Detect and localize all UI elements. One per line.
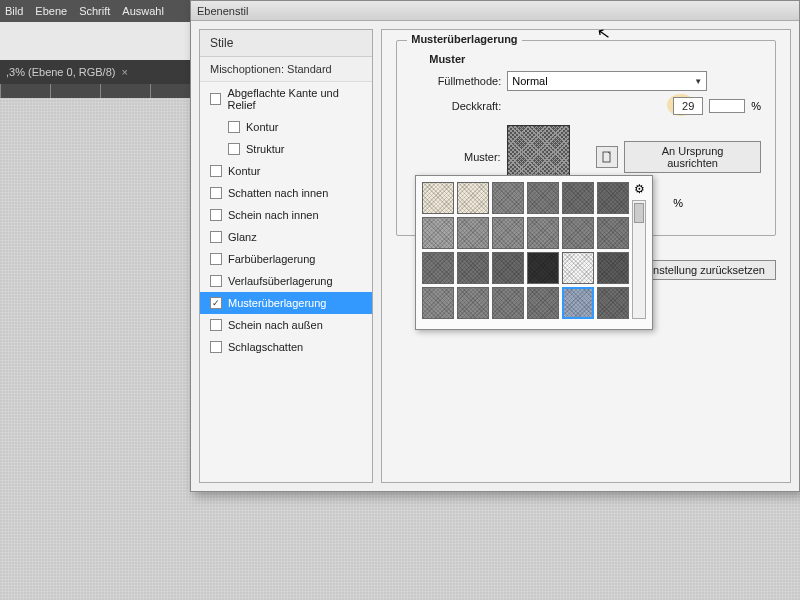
pattern-swatch[interactable] <box>457 287 489 319</box>
style-item-7[interactable]: Farbüberlagerung <box>200 248 372 270</box>
group-title: Musterüberlagerung <box>407 33 521 45</box>
gear-icon[interactable]: ⚙ <box>634 182 645 196</box>
style-list: Abgeflachte Kante und ReliefKonturStrukt… <box>200 82 372 482</box>
styles-header[interactable]: Stile <box>200 30 372 57</box>
pattern-swatch[interactable] <box>562 287 594 319</box>
pattern-picker: ⚙ <box>415 175 653 330</box>
pattern-swatch[interactable] <box>562 252 594 284</box>
checkbox[interactable] <box>210 319 222 331</box>
checkbox[interactable] <box>210 209 222 221</box>
close-icon[interactable]: × <box>121 66 127 78</box>
style-item-label: Farbüberlagerung <box>228 253 315 265</box>
checkbox[interactable] <box>228 143 240 155</box>
style-item-label: Schlagschatten <box>228 341 303 353</box>
menu-bild[interactable]: Bild <box>5 5 23 17</box>
scrollbar-thumb[interactable] <box>634 203 644 223</box>
checkbox[interactable] <box>210 253 222 265</box>
style-item-2[interactable]: Struktur <box>200 138 372 160</box>
chevron-down-icon: ▼ <box>694 77 702 86</box>
menu-schrift[interactable]: Schrift <box>79 5 110 17</box>
pattern-swatch[interactable] <box>597 252 629 284</box>
new-preset-button[interactable] <box>596 146 618 168</box>
fillmethod-value: Normal <box>512 75 547 87</box>
style-item-label: Struktur <box>246 143 285 155</box>
style-item-0[interactable]: Abgeflachte Kante und Relief <box>200 82 372 116</box>
style-item-label: Schein nach außen <box>228 319 323 331</box>
horizontal-ruler <box>0 84 190 98</box>
pattern-swatch[interactable] <box>527 217 559 249</box>
pattern-swatch[interactable] <box>492 217 524 249</box>
pattern-swatch[interactable] <box>457 182 489 214</box>
style-item-label: Kontur <box>228 165 260 177</box>
pattern-swatch[interactable] <box>562 182 594 214</box>
fillmethod-select[interactable]: Normal ▼ <box>507 71 707 91</box>
document-tabbar: ,3% (Ebene 0, RGB/8) × <box>0 60 190 84</box>
style-item-label: Schatten nach innen <box>228 187 328 199</box>
scale-unit: % <box>673 197 683 209</box>
opacity-label: Deckkraft: <box>411 100 501 112</box>
pattern-swatch[interactable] <box>527 287 559 319</box>
pattern-swatch[interactable] <box>597 287 629 319</box>
pattern-swatch[interactable] <box>597 217 629 249</box>
snap-origin-button[interactable]: An Ursprung ausrichten <box>624 141 761 173</box>
checkbox[interactable] <box>210 341 222 353</box>
pattern-swatch[interactable] <box>492 252 524 284</box>
styles-panel: Stile Mischoptionen: Standard Abgeflacht… <box>199 29 373 483</box>
style-item-label: Glanz <box>228 231 257 243</box>
document-tab[interactable]: ,3% (Ebene 0, RGB/8) <box>6 66 115 78</box>
pattern-grid <box>422 182 646 319</box>
style-item-10[interactable]: Schein nach außen <box>200 314 372 336</box>
group-subtitle: Muster <box>429 53 761 65</box>
pattern-swatch[interactable] <box>457 217 489 249</box>
style-item-label: Abgeflachte Kante und Relief <box>227 87 362 111</box>
fillmethod-label: Füllmethode: <box>411 75 501 87</box>
style-item-9[interactable]: ✓Musterüberlagerung <box>200 292 372 314</box>
style-item-label: Schein nach innen <box>228 209 319 221</box>
style-item-label: Verlaufsüberlagerung <box>228 275 333 287</box>
style-item-3[interactable]: Kontur <box>200 160 372 182</box>
opacity-slider[interactable] <box>709 99 745 113</box>
opacity-field[interactable] <box>673 97 703 115</box>
pattern-swatch[interactable] <box>527 252 559 284</box>
dialog-title: Ebenenstil <box>197 5 248 17</box>
pattern-swatch[interactable] <box>422 182 454 214</box>
checkbox[interactable]: ✓ <box>210 297 222 309</box>
checkbox[interactable] <box>210 93 221 105</box>
checkbox[interactable] <box>210 165 222 177</box>
opacity-unit: % <box>751 100 761 112</box>
menu-ebene[interactable]: Ebene <box>35 5 67 17</box>
pattern-swatch[interactable] <box>422 287 454 319</box>
style-item-11[interactable]: Schlagschatten <box>200 336 372 358</box>
pattern-swatch[interactable] <box>527 182 559 214</box>
pattern-swatch[interactable] <box>597 182 629 214</box>
dialog-titlebar[interactable]: Ebenenstil <box>191 1 799 21</box>
checkbox[interactable] <box>210 187 222 199</box>
pattern-swatch[interactable] <box>457 252 489 284</box>
pattern-label: Muster: <box>411 151 500 163</box>
pattern-swatch[interactable] <box>492 287 524 319</box>
pattern-swatch[interactable] <box>562 217 594 249</box>
menu-auswahl[interactable]: Auswahl <box>122 5 164 17</box>
reset-button[interactable]: einstellung zurücksetzen <box>634 260 776 280</box>
blend-options-header[interactable]: Mischoptionen: Standard <box>200 57 372 82</box>
style-item-label: Musterüberlagerung <box>228 297 326 309</box>
checkbox[interactable] <box>210 231 222 243</box>
style-item-4[interactable]: Schatten nach innen <box>200 182 372 204</box>
checkbox[interactable] <box>228 121 240 133</box>
style-item-label: Kontur <box>246 121 278 133</box>
checkbox[interactable] <box>210 275 222 287</box>
style-item-8[interactable]: Verlaufsüberlagerung <box>200 270 372 292</box>
style-item-1[interactable]: Kontur <box>200 116 372 138</box>
pattern-swatch[interactable] <box>422 217 454 249</box>
style-item-6[interactable]: Glanz <box>200 226 372 248</box>
pattern-swatch[interactable] <box>422 252 454 284</box>
picker-scrollbar[interactable] <box>632 200 646 319</box>
app-menubar: Bild Ebene Schrift Auswahl <box>0 0 190 22</box>
pattern-swatch[interactable] <box>492 182 524 214</box>
page-icon <box>601 151 613 163</box>
style-item-5[interactable]: Schein nach innen <box>200 204 372 226</box>
